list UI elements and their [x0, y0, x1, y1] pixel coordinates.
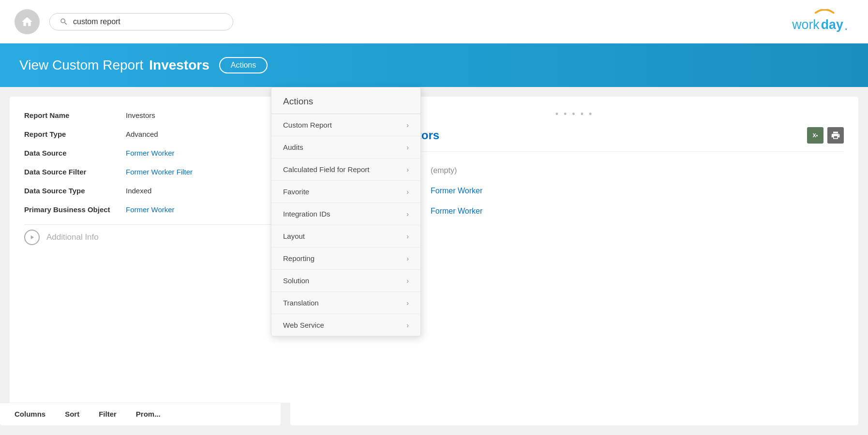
search-bar: [49, 13, 233, 30]
chevron-right-icon: ›: [406, 277, 409, 285]
dropdown-item-label: Favorite: [283, 188, 309, 196]
right-value-data-source[interactable]: Former Worker: [431, 187, 482, 195]
dropdown-item-calculated-field[interactable]: Calculated Field for Report ›: [271, 159, 420, 181]
tab-filter[interactable]: Filter: [89, 403, 126, 426]
value-report-name: Investors: [126, 111, 155, 119]
excel-export-button[interactable]: X▪: [807, 127, 823, 144]
chevron-right-icon: ›: [406, 210, 409, 218]
dropdown-item-integration-ids[interactable]: Integration IDs ›: [271, 203, 420, 225]
export-icons: X▪: [807, 127, 844, 144]
value-report-type: Advanced: [126, 130, 158, 138]
chevron-right-icon: ›: [406, 188, 409, 196]
dropdown-item-web-service[interactable]: Web Service ›: [271, 314, 420, 336]
dropdown-item-translation[interactable]: Translation ›: [271, 292, 420, 314]
field-row-report-name: Report Name Investors: [24, 111, 276, 119]
label-data-source: Data Source: [24, 149, 126, 157]
dropdown-title: Actions: [271, 87, 420, 114]
dropdown-item-label: Reporting: [283, 254, 314, 262]
home-button[interactable]: [15, 9, 40, 34]
actions-dropdown: Actions Custom Report › Audits › Calcula…: [271, 87, 421, 336]
dropdown-item-label: Audits: [283, 143, 303, 151]
label-primary-business-object: Primary Business Object: [24, 205, 126, 214]
additional-info-label: Additional Info: [46, 232, 99, 242]
chevron-right-icon: ›: [406, 166, 409, 174]
topbar: work day .: [0, 0, 868, 44]
print-button[interactable]: [827, 127, 844, 144]
svg-text:.: .: [844, 18, 848, 33]
field-row-data-source-type: Data Source Type Indexed: [24, 187, 276, 195]
label-report-name: Report Name: [24, 111, 126, 119]
dropdown-item-label: Integration IDs: [283, 210, 330, 218]
expand-button[interactable]: [24, 230, 40, 245]
label-report-type: Report Type: [24, 130, 126, 138]
svg-text:work: work: [792, 17, 820, 31]
chevron-right-icon: ›: [406, 321, 409, 329]
tab-sort[interactable]: Sort: [55, 403, 89, 426]
main-content: Report Name Investors Report Type Advanc…: [0, 87, 868, 435]
dropdown-item-label: Solution: [283, 276, 309, 285]
label-data-source-filter: Data Source Filter: [24, 168, 126, 176]
svg-text:day: day: [821, 17, 843, 31]
chevron-right-icon: ›: [406, 255, 409, 262]
chevron-right-icon: ›: [406, 144, 409, 151]
page-header: View Custom Report Investors Actions: [0, 44, 868, 87]
label-data-source-type: Data Source Type: [24, 187, 126, 195]
field-row-primary-business-object: Primary Business Object Former Worker: [24, 205, 276, 214]
tabs-bar: Columns Sort Filter Prom...: [0, 403, 281, 425]
tab-prom[interactable]: Prom...: [126, 403, 170, 426]
actions-button[interactable]: Actions: [219, 57, 268, 73]
field-row-report-type: Report Type Advanced: [24, 130, 276, 138]
field-row-data-source: Data Source Former Worker: [24, 149, 276, 157]
additional-info-toggle[interactable]: Additional Info: [24, 224, 276, 250]
dropdown-item-solution[interactable]: Solution ›: [271, 270, 420, 292]
search-input[interactable]: [73, 17, 223, 26]
chevron-right-icon: ›: [406, 232, 409, 240]
dropdown-item-layout[interactable]: Layout ›: [271, 225, 420, 247]
page-header-report-name: Investors: [149, 58, 210, 73]
search-icon: [60, 17, 68, 26]
value-data-source-type: Indexed: [126, 187, 151, 195]
value-data-source-filter[interactable]: Former Worker Filter: [126, 168, 193, 176]
field-row-data-source-filter: Data Source Filter Former Worker Filter: [24, 168, 276, 176]
value-data-source[interactable]: Former Worker: [126, 149, 175, 157]
dropdown-item-label: Layout: [283, 232, 305, 240]
dropdown-item-label: Custom Report: [283, 121, 332, 129]
dropdown-item-label: Translation: [283, 299, 319, 307]
right-value-primary-business-object[interactable]: Former Worker: [431, 207, 482, 216]
dropdown-item-label: Web Service: [283, 321, 324, 329]
dropdown-item-custom-report[interactable]: Custom Report ›: [271, 114, 420, 136]
workday-logo: work day .: [781, 9, 853, 34]
dropdown-item-reporting[interactable]: Reporting ›: [271, 247, 420, 270]
dropdown-item-label: Calculated Field for Report: [283, 165, 369, 174]
dropdown-item-audits[interactable]: Audits ›: [271, 136, 420, 159]
left-panel: Report Name Investors Report Type Advanc…: [10, 97, 290, 403]
chevron-right-icon: ›: [406, 299, 409, 307]
tab-columns[interactable]: Columns: [15, 403, 55, 426]
right-value-brief-description: (empty): [431, 166, 457, 175]
page-header-title: View Custom Report: [19, 58, 143, 73]
value-primary-business-object[interactable]: Former Worker: [126, 205, 175, 214]
dropdown-item-favorite[interactable]: Favorite ›: [271, 181, 420, 203]
chevron-right-icon: ›: [406, 121, 409, 129]
